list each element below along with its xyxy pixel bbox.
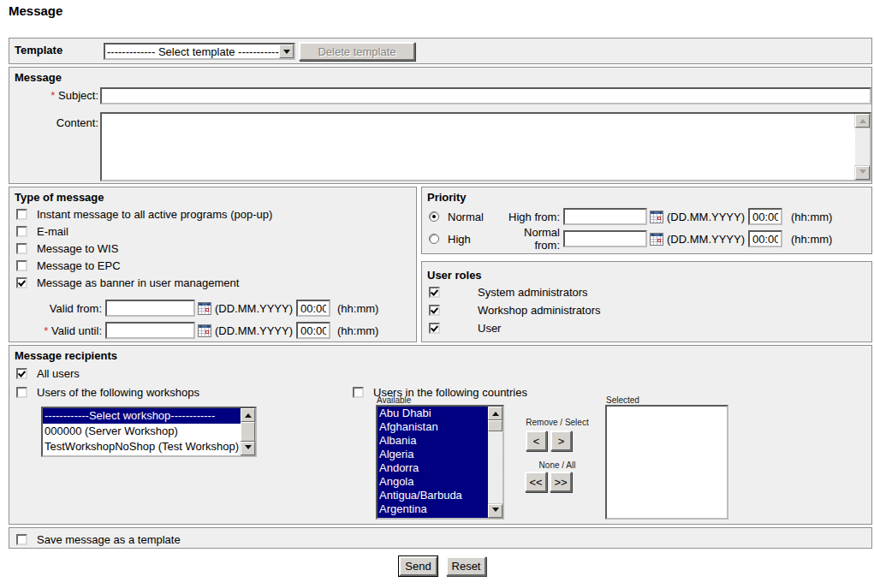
scroll-thumb[interactable] <box>241 422 255 442</box>
message-to-wis-checkbox[interactable] <box>16 243 27 254</box>
send-button[interactable]: Send <box>399 556 437 576</box>
type-option-row: Message to EPC <box>9 257 416 274</box>
countries-scrollbar[interactable] <box>488 407 502 518</box>
scroll-up-button[interactable] <box>855 114 870 128</box>
message-form-page: Message Template ------------- Select te… <box>0 0 874 588</box>
time-format-hint: (hh:mm) <box>791 233 832 246</box>
scroll-track[interactable] <box>855 128 870 166</box>
workshop-scrollbar[interactable] <box>241 408 255 455</box>
country-list-item[interactable]: Andorra <box>378 461 488 475</box>
user-role-checkbox[interactable] <box>429 323 440 334</box>
valid-until-date-input[interactable] <box>105 322 195 339</box>
high-from-time-input[interactable] <box>748 208 782 225</box>
type-option-row: E-mail <box>9 223 416 240</box>
content-textarea[interactable] <box>100 112 871 181</box>
selected-country-items <box>607 407 727 518</box>
template-select-dropdown-button[interactable] <box>279 45 294 58</box>
select-all-button[interactable]: >> <box>550 472 572 492</box>
valid-from-label: Valid from: <box>9 302 104 315</box>
normal-from-time-input[interactable] <box>748 230 782 247</box>
scroll-up-button[interactable] <box>488 407 502 420</box>
select-country-button[interactable]: > <box>550 431 572 451</box>
priority-normal-radio[interactable] <box>429 211 439 222</box>
time-format-hint: (hh:mm) <box>337 302 378 315</box>
country-list-item[interactable]: Abu Dhabi <box>378 407 488 420</box>
priority-high-label: High <box>448 233 496 246</box>
priority-high-row: High Normal from: (DD.MM.YYYY) (hh:mm) <box>422 228 871 250</box>
instant-message-checkbox[interactable] <box>16 209 27 220</box>
message-to-epc-checkbox[interactable] <box>16 260 27 271</box>
subject-label: * Subject: <box>9 89 98 102</box>
subject-input[interactable] <box>100 87 871 104</box>
save-template-row: Save message as a template <box>9 531 871 548</box>
time-format-hint: (hh:mm) <box>337 324 378 337</box>
save-template-label: Save message as a template <box>37 533 181 546</box>
valid-from-date-input[interactable] <box>105 300 195 317</box>
calendar-icon[interactable] <box>198 302 211 315</box>
user-role-row: Workshop administrators <box>422 301 871 319</box>
type-option-row: Message to WIS <box>9 240 416 257</box>
content-scrollbar[interactable] <box>855 114 870 180</box>
page-title: Message <box>9 3 62 18</box>
email-checkbox[interactable] <box>16 226 27 237</box>
country-list-item[interactable]: Angola <box>378 475 488 489</box>
content-textarea-text[interactable] <box>102 114 855 180</box>
reset-button[interactable]: Reset <box>446 556 486 576</box>
scroll-down-button[interactable] <box>241 442 255 455</box>
country-list-item[interactable]: Albania <box>378 434 488 448</box>
priority-header: Priority <box>422 187 871 205</box>
scroll-down-button[interactable] <box>855 166 870 180</box>
save-template-section: Save message as a template <box>9 527 872 549</box>
scroll-down-button[interactable] <box>488 504 502 518</box>
template-select[interactable]: ------------- Select template ----------… <box>104 43 295 60</box>
calendar-icon[interactable] <box>650 211 663 223</box>
priority-normal-row: Normal High from: (DD.MM.YYYY) (hh:mm) <box>422 205 871 228</box>
save-template-checkbox[interactable] <box>16 534 27 545</box>
valid-from-time-input[interactable] <box>296 300 330 317</box>
workshop-list-item[interactable]: 000000 (Server Workshop) <box>43 424 241 439</box>
high-from-label: High from: <box>496 211 562 223</box>
calendar-icon[interactable] <box>198 324 211 337</box>
scroll-thumb[interactable] <box>488 420 502 431</box>
high-from-date-input[interactable] <box>563 208 647 225</box>
workshop-list-item[interactable]: TestWorkshopNoShop (Test Workshop) <box>43 439 241 454</box>
workshops-label: Users of the following workshops <box>37 386 199 399</box>
priority-high-radio[interactable] <box>429 234 439 244</box>
normal-from-date-input[interactable] <box>563 230 647 247</box>
calendar-icon[interactable] <box>650 233 663 246</box>
country-list-item[interactable]: Antigua/Barbuda <box>378 489 488 502</box>
date-format-hint: (DD.MM.YYYY) <box>667 233 745 246</box>
scroll-track[interactable] <box>488 431 502 504</box>
all-users-checkbox[interactable] <box>16 368 27 379</box>
date-format-hint: (DD.MM.YYYY) <box>667 211 745 223</box>
workshop-administrators-checkbox[interactable] <box>429 305 440 316</box>
user-role-row: System administrators <box>422 283 871 301</box>
remove-country-button[interactable]: < <box>526 431 547 451</box>
selected-countries-listbox[interactable] <box>605 405 728 520</box>
message-to-epc-label: Message to EPC <box>37 259 121 272</box>
valid-until-time-input[interactable] <box>296 322 330 339</box>
message-to-wis-label: Message to WIS <box>37 242 118 255</box>
all-users-label: All users <box>37 367 80 380</box>
workshop-list-item[interactable]: ------------Select workshop------------ <box>43 408 241 424</box>
workshop-administrators-label: Workshop administrators <box>478 304 601 317</box>
scroll-up-button[interactable] <box>241 408 255 422</box>
arrow-up-icon <box>245 410 252 418</box>
countries-checkbox[interactable] <box>353 387 364 398</box>
valid-from-row: Valid from: (DD.MM.YYYY) (hh:mm) <box>9 297 416 319</box>
select-none-button[interactable]: << <box>525 472 547 492</box>
arrow-up-icon <box>492 408 499 416</box>
available-country-items: Abu Dhabi Afghanistan Albania Algeria An… <box>378 407 488 518</box>
available-label: Available <box>377 395 411 405</box>
banner-message-checkbox[interactable] <box>16 277 27 288</box>
email-label: E-mail <box>37 225 68 238</box>
country-list-item[interactable]: Argentina <box>378 502 488 516</box>
workshop-listbox[interactable]: ------------Select workshop------------ … <box>41 407 257 457</box>
country-list-item[interactable]: Afghanistan <box>378 420 488 434</box>
available-countries-listbox[interactable]: Abu Dhabi Afghanistan Albania Algeria An… <box>376 405 504 520</box>
system-administrators-checkbox[interactable] <box>429 287 440 298</box>
valid-until-row: * Valid until: (DD.MM.YYYY) (hh:mm) <box>9 319 416 342</box>
delete-template-button[interactable]: Delete template <box>299 42 415 61</box>
workshops-checkbox[interactable] <box>16 387 27 398</box>
country-list-item[interactable]: Algeria <box>378 448 488 461</box>
